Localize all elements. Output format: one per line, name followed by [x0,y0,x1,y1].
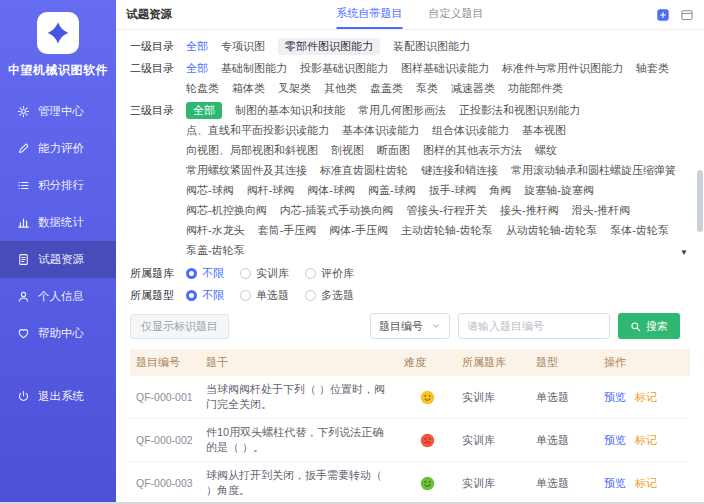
question-id-cell: QF-000-002 [130,419,200,462]
filter-option[interactable]: 基础制图能力 [221,60,287,77]
mark-link[interactable]: 标记 [635,391,657,403]
sidebar-item-data-stats[interactable]: 数据统计 [0,204,116,241]
radio-option[interactable]: 评价库 [305,266,354,281]
radio-icon [186,290,197,301]
filter-option[interactable]: 接头-推杆阀 [500,202,559,219]
filter-option[interactable]: 全部 [186,60,208,77]
filter-option[interactable]: 其他类 [324,80,357,97]
sidebar-item-manage-center[interactable]: 管理中心 [0,93,116,130]
filter-option[interactable]: 阀芯-机控换向阀 [186,202,267,219]
bank-cell: 实训库 [456,462,530,503]
filter-option[interactable]: 专项识图 [221,38,265,55]
filter-option[interactable]: 滑头-推杆阀 [572,202,631,219]
collapse-filter-icon[interactable]: ▼ [680,248,688,258]
sidebar-item-label: 个人信息 [38,289,84,304]
filter-option[interactable]: 阀盖-球阀 [368,182,416,199]
sidebar-item-question-resources[interactable]: 试题资源 [0,241,116,278]
apps-icon[interactable] [656,8,670,22]
radio-option[interactable]: 不限 [186,288,224,303]
mark-link[interactable]: 标记 [635,434,657,446]
scrollbar-thumb[interactable] [697,170,703,232]
filter-option[interactable]: 全部 [186,102,222,119]
filter-options: 全部专项识图零部件图识图能力装配图识图能力 [186,38,690,55]
filter-option[interactable]: 扳手-球阀 [429,182,477,199]
filter-option[interactable]: 标准件与常用件识图能力 [502,60,623,77]
filter-option[interactable]: 角阀 [489,182,511,199]
filter-option[interactable]: 剖视图 [331,142,364,159]
filter-option[interactable]: 常用几何图形画法 [358,102,446,119]
filter-option[interactable]: 投影基础识图能力 [300,60,388,77]
search-group: 题目编号 搜索 [370,313,690,339]
filter-option[interactable]: 断面图 [377,142,410,159]
filter-option[interactable]: 从动齿轮轴-齿轮泵 [506,222,598,239]
radio-option[interactable]: 单选题 [240,288,289,303]
filter-option[interactable]: 箱体类 [232,80,265,97]
filter-option[interactable]: 装配图识图能力 [393,38,470,55]
filter-option[interactable]: 图样的其他表示方法 [423,142,522,159]
filter-option[interactable]: 内芯-插装式手动换向阀 [280,202,394,219]
topbar-icons [656,8,694,22]
filter-option[interactable]: 阀芯-球阀 [186,182,234,199]
app-root: 中望机械识图软件 管理中心能力评价积分排行数据统计试题资源个人信息帮助中心退出系… [0,0,704,504]
marked-only-button[interactable]: 仅显示标识题目 [130,314,229,339]
sidebar: 中望机械识图软件 管理中心能力评价积分排行数据统计试题资源个人信息帮助中心退出系… [0,0,116,502]
search-input[interactable] [458,313,610,339]
filter-option[interactable]: 正投影法和视图识别能力 [459,102,580,119]
filter-option[interactable]: 基本视图 [522,122,566,139]
header-tabs: 系统自带题目自定义题目 [337,0,484,29]
filter-option[interactable]: 零部件图识图能力 [278,38,380,55]
filter-option[interactable]: 功能部件类 [508,80,563,97]
filter-option[interactable]: 组合体识读能力 [432,122,509,139]
question-id-cell: QF-000-001 [130,376,200,419]
filter-option[interactable]: 泵类 [416,80,438,97]
preview-link[interactable]: 预览 [604,477,626,489]
sidebar-item-ability-eval[interactable]: 能力评价 [0,130,116,167]
filter-label: 一级目录 [130,38,186,55]
filter-option[interactable]: 阀杆-球阀 [247,182,295,199]
filter-option[interactable]: 常用滚动轴承和圆柱螺旋压缩弹簧 [511,162,676,179]
filter-option[interactable]: 叉架类 [278,80,311,97]
preview-link[interactable]: 预览 [604,434,626,446]
filter-option[interactable]: 基本体识读能力 [342,122,419,139]
filter-option[interactable]: 旋塞轴-旋塞阀 [524,182,594,199]
sidebar-item-score-ranking[interactable]: 积分排行 [0,167,116,204]
filter-option[interactable]: 套筒-手压阀 [258,222,317,239]
filter-option[interactable]: 轮盘类 [186,80,219,97]
radio-option[interactable]: 多选题 [305,288,354,303]
scrollbar[interactable] [697,32,703,500]
filter-option[interactable]: 全部 [186,38,208,55]
filter-option[interactable]: 阀体-手压阀 [329,222,388,239]
filter-option[interactable]: 点、直线和平面投影识读能力 [186,122,329,139]
tab-system[interactable]: 系统自带题目 [337,0,403,29]
sidebar-item-personal-info[interactable]: 个人信息 [0,278,116,315]
search-type-select[interactable]: 题目编号 [370,313,450,339]
filter-option[interactable]: 主动齿轮轴-齿轮泵 [401,222,493,239]
filter-option[interactable]: 管接头-行程开关 [406,202,487,219]
preview-link[interactable]: 预览 [604,391,626,403]
radio-label: 不限 [202,266,224,281]
filter-option[interactable]: 阀杆-水龙头 [186,222,245,239]
mark-link[interactable]: 标记 [635,477,657,489]
filter-option[interactable]: 图样基础识读能力 [401,60,489,77]
filter-panel: 一级目录全部专项识图零部件图识图能力装配图识图能力二级目录全部基础制图能力投影基… [130,38,690,259]
filter-option[interactable]: 制图的基本知识和技能 [235,102,345,119]
filter-option[interactable]: 阀体-球阀 [307,182,355,199]
filter-option[interactable]: 减速器类 [451,80,495,97]
filter-option[interactable]: 键连接和销连接 [421,162,498,179]
radio-option[interactable]: 实训库 [240,266,289,281]
filter-option[interactable]: 向视图、局部视图和斜视图 [186,142,318,159]
filter-option[interactable]: 轴套类 [636,60,669,77]
radio-icon [305,290,316,301]
sidebar-item-logout[interactable]: 退出系统 [0,378,116,415]
filter-option[interactable]: 常用螺纹紧固件及其连接 [186,162,307,179]
filter-option[interactable]: 泵体-齿轮泵 [610,222,669,239]
sidebar-item-help-center[interactable]: 帮助中心 [0,315,116,352]
radio-option[interactable]: 不限 [186,266,224,281]
tab-custom[interactable]: 自定义题目 [429,0,484,29]
filter-option[interactable]: 标准直齿圆柱齿轮 [320,162,408,179]
filter-option[interactable]: 螺纹 [535,142,557,159]
window-icon[interactable] [680,8,694,22]
filter-option[interactable]: 泵盖-齿轮泵 [186,242,245,259]
search-button[interactable]: 搜索 [618,313,680,339]
filter-option[interactable]: 盘盖类 [370,80,403,97]
